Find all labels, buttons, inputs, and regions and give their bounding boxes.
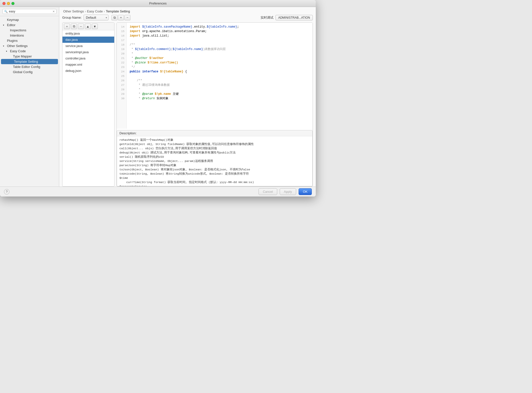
minimize-button[interactable] [7, 2, 10, 5]
line-num-17: 17 [117, 38, 126, 43]
sidebar-item-template-setting[interactable]: Template Setting [1, 59, 58, 64]
realtime-label: 实时调试 [261, 15, 273, 20]
line-num-15: 15 [117, 29, 126, 34]
copy-file-button[interactable]: ⧉ [71, 24, 77, 29]
group-select-wrapper: Default ▾ [84, 15, 108, 20]
add-group-button[interactable]: + [118, 15, 124, 20]
move-down-button[interactable]: ▼ [92, 24, 98, 29]
apply-button[interactable]: Apply [280, 188, 296, 195]
line-num-18: 18 [117, 43, 126, 47]
file-item-dao-java[interactable]: dao.java [62, 37, 114, 43]
line-num-24: 24 [117, 69, 126, 74]
description-body: rehashMap() 返回一个HashMap()对象 getField(Obj… [117, 136, 312, 186]
sidebar-item-table-editor-config-label: Table Editor Config [13, 65, 40, 69]
file-item-serviceimpl-java[interactable]: serviceImpl.java [62, 49, 114, 55]
file-item-service-java[interactable]: service.java [62, 43, 114, 49]
breadcrumb-easy-code[interactable]: Easy Code [87, 9, 103, 13]
window-controls [2, 2, 14, 5]
sidebar-item-plugins-label: Plugins [7, 39, 18, 43]
line-num-22: 22 [117, 60, 126, 65]
breadcrumb-template-setting: Template Setting [106, 9, 130, 13]
sidebar-item-inspections-label: Inspections [10, 28, 26, 32]
breadcrumb-sep-2: › [104, 9, 105, 13]
maximize-button[interactable] [11, 2, 14, 5]
clear-search-icon[interactable]: ✕ [53, 10, 55, 13]
sidebar-item-keymap-label: Keymap [7, 18, 19, 22]
tree-arrow-easy-code: ▾ [6, 50, 9, 52]
line-num-23: 23 [117, 65, 126, 69]
sidebar-item-easy-code-label: Easy Code [10, 49, 26, 53]
line-num-14: 14 [117, 25, 126, 29]
window-title: Preferences [149, 1, 166, 5]
remove-group-button[interactable]: − [124, 15, 130, 20]
line-num-30: 30 [117, 96, 126, 101]
sidebar-tree: Keymap ▾ Editor Inspections Intentions P… [0, 16, 59, 187]
line-num-26: 26 [117, 78, 126, 83]
code-editor[interactable]: 14 15 16 17 18 19 20 21 22 23 24 25 [117, 23, 313, 129]
line-num-27: 27 [117, 83, 126, 87]
sidebar-item-type-mapper[interactable]: Type Mapper [0, 54, 59, 59]
breadcrumb-other-settings[interactable]: Other Settings [63, 9, 84, 13]
line-numbers: 14 15 16 17 18 19 20 21 22 23 24 25 [117, 23, 127, 129]
panels: + ⧉ − ▲ ▼ entity.java dao.java service.j… [62, 22, 313, 187]
template-area: Group Name: Default ▾ ⧉ + − 实时调试 ADMINIS… [59, 15, 316, 187]
add-file-button[interactable]: + [64, 24, 70, 29]
right-actions: 实时调试 ADMINISTRAB...ATION [261, 15, 313, 20]
bottom-bar: ? Cancel Apply OK [0, 187, 316, 196]
close-button[interactable] [2, 2, 5, 5]
sidebar-item-global-config-label: Global Config [13, 70, 33, 74]
line-num-29: 29 [117, 92, 126, 96]
search-icon: 🔍 [4, 10, 8, 13]
file-item-controller-java[interactable]: controller.java [62, 55, 114, 61]
sidebar-item-editor[interactable]: ▾ Editor [0, 22, 59, 28]
remove-file-button[interactable]: − [78, 24, 84, 29]
line-num-25: 25 [117, 74, 126, 78]
sidebar-item-plugins[interactable]: Plugins [0, 38, 59, 43]
search-wrapper[interactable]: 🔍 ✕ [2, 9, 56, 14]
code-content: import ${tableInfo.savePackageName}.enti… [127, 23, 313, 129]
content-area: Other Settings › Easy Code › Template Se… [59, 7, 316, 187]
file-list-toolbar: + ⧉ − ▲ ▼ [62, 23, 114, 30]
line-num-20: 20 [117, 51, 126, 56]
group-row: Group Name: Default ▾ ⧉ + − 实时调试 ADMINIS… [62, 15, 313, 20]
line-num-16: 16 [117, 34, 126, 38]
sidebar-item-intentions-label: Intentions [10, 34, 24, 37]
group-action-buttons: ⧉ + − [111, 15, 130, 20]
line-num-19: 19 [117, 47, 126, 51]
cancel-button[interactable]: Cancel [259, 188, 277, 195]
sidebar-item-other-settings[interactable]: ▾ Other Settings [0, 43, 59, 49]
breadcrumb: Other Settings › Easy Code › Template Se… [59, 7, 316, 15]
search-input[interactable] [9, 10, 51, 13]
tree-arrow-editor: ▾ [3, 24, 6, 26]
code-panel: 14 15 16 17 18 19 20 21 22 23 24 25 [116, 22, 313, 187]
move-up-button[interactable]: ▲ [85, 24, 91, 29]
copy-group-button[interactable]: ⧉ [111, 15, 117, 20]
sidebar-item-inspections[interactable]: Inspections [0, 28, 59, 33]
sidebar-item-keymap[interactable]: Keymap [0, 17, 59, 22]
description-panel: Description: rehashMap() 返回一个HashMap()对象… [117, 130, 313, 186]
sidebar: 🔍 ✕ Keymap ▾ Editor Inspections Intentio… [0, 7, 59, 187]
sidebar-item-other-settings-label: Other Settings [7, 44, 28, 48]
sidebar-item-template-setting-label: Template Setting [14, 60, 38, 63]
description-header: Description: [117, 130, 312, 136]
sidebar-item-table-editor-config[interactable]: Table Editor Config [0, 64, 59, 69]
admin-button[interactable]: ADMINISTRAB...ATION [275, 15, 313, 20]
group-select[interactable]: Default [84, 15, 108, 20]
sidebar-item-easy-code[interactable]: ▾ Easy Code [0, 49, 59, 54]
titlebar: Preferences [0, 0, 316, 7]
sidebar-item-intentions[interactable]: Intentions [0, 33, 59, 38]
ok-button[interactable]: OK [299, 188, 312, 195]
line-num-28: 28 [117, 87, 126, 92]
search-bar: 🔍 ✕ [0, 7, 59, 16]
breadcrumb-sep-1: › [85, 9, 86, 13]
file-list-panel: + ⧉ − ▲ ▼ entity.java dao.java service.j… [62, 22, 114, 187]
sidebar-item-global-config[interactable]: Global Config [0, 69, 59, 75]
sidebar-item-editor-label: Editor [7, 23, 15, 27]
file-list: entity.java dao.java service.java servic… [62, 30, 114, 186]
help-icon[interactable]: ? [4, 189, 9, 195]
file-item-entity-java[interactable]: entity.java [62, 30, 114, 37]
line-num-21: 21 [117, 56, 126, 60]
main-layout: 🔍 ✕ Keymap ▾ Editor Inspections Intentio… [0, 7, 316, 187]
file-item-mapper-xml[interactable]: mapper.xml [62, 61, 114, 68]
file-item-debug-json[interactable]: debug.json [62, 68, 114, 74]
